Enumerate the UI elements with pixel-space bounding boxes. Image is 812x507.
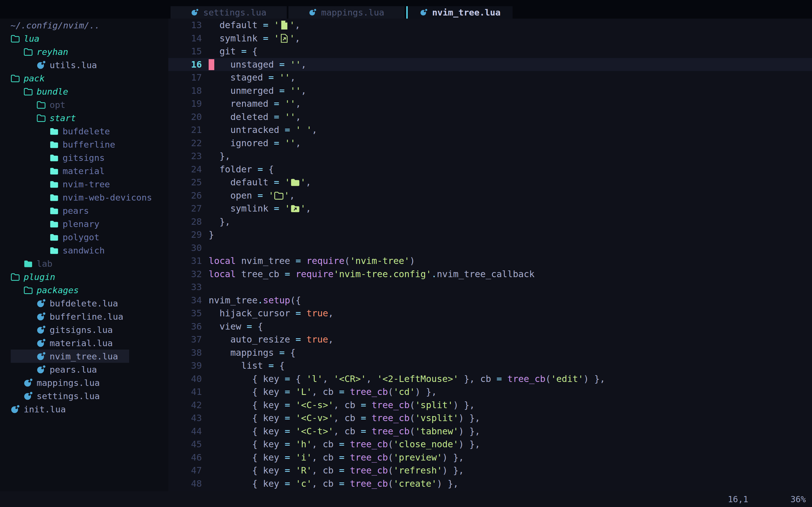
code-line-36[interactable]: 36 view = { [168,320,812,333]
code-line-18[interactable]: 18 unmerged = '', [168,84,812,98]
code-line-41[interactable]: 41 { key = 'L', cb = tree_cb('cd') }, [168,385,812,399]
line-number: 38 [168,346,202,359]
tree-item-pears.lua[interactable]: pears.lua [0,363,168,376]
tree-root-path[interactable]: ~/.config/nvim/.. [0,18,168,32]
code-line-25[interactable]: 25 default = '', [168,176,812,189]
tab-mappings.lua[interactable]: mappings.lua [289,6,405,18]
tab-nvim_tree.lua[interactable]: nvim_tree.lua [408,6,513,18]
code-token [290,124,296,135]
tree-item-pears[interactable]: pears [0,204,168,217]
code-token: , [328,308,334,319]
code-line-30[interactable]: 30 [168,241,812,255]
code-line-44[interactable]: 44 { key = '<C-t>', cb = tree_cb('tabnew… [168,425,812,438]
tree-item-bufdelete[interactable]: bufdelete [0,124,168,138]
tree-item-lab[interactable]: lab [0,257,168,270]
code-token: = [263,33,268,44]
folder-open-icon [10,73,20,83]
code-token: staged [209,72,268,83]
tree-item-bundle[interactable]: bundle [0,85,168,98]
devicon-folder-open-icon [274,190,284,201]
tree-item-material.lua[interactable]: material.lua [0,336,168,349]
code-line-28[interactable]: 28 }, [168,215,812,228]
code-line-45[interactable]: 45 { key = 'h', cb = tree_cb('close_node… [168,438,812,451]
code-line-47[interactable]: 47 { key = 'R', cb = tree_cb('refresh') … [168,464,812,477]
tree-item-nvim-tree[interactable]: nvim-tree [0,177,168,191]
tree-item-lua[interactable]: lua [0,32,168,45]
code-line-29[interactable]: 29} [168,228,812,241]
code-line-13[interactable]: 13 default = '', [168,18,812,32]
line-number: 44 [168,425,202,438]
tree-item-plenary[interactable]: plenary [0,217,168,230]
code-line-34[interactable]: 34nvim_tree.setup({ [168,294,812,307]
tree-item-opt[interactable]: opt [0,98,168,111]
code-token: ) }, [583,374,605,384]
tree-item-settings.lua[interactable]: settings.lua [0,389,168,402]
code-line-35[interactable]: 35 hijack_cursor = true, [168,307,812,320]
code-token: ' [300,203,306,214]
code-line-48[interactable]: 48 { key = 'c', cb = tree_cb('create') }… [168,477,812,490]
code-line-31[interactable]: 31local nvim_tree = require('nvim-tree') [168,255,812,268]
tree-item-gitsigns[interactable]: gitsigns [0,151,168,164]
code-line-27[interactable]: 27 symlink = '', [168,202,812,215]
code-line-32[interactable]: 32local tree_cb = require'nvim-tree.conf… [168,268,812,281]
code-line-20[interactable]: 20 deleted = '', [168,110,812,124]
tree-item-bufferline.lua[interactable]: bufferline.lua [0,310,168,323]
tree-item-material[interactable]: material [0,164,168,177]
tree-item-label: nvim-tree [63,179,110,189]
tab-settings.lua[interactable]: settings.lua [170,6,287,18]
line-number: 25 [168,176,202,189]
tree-item-bufferline[interactable]: bufferline [0,138,168,151]
code-token [301,334,306,345]
tabline: settings.luamappings.luanvim_tree.lua [0,0,812,18]
code-line-26[interactable]: 26 open = '', [168,189,812,202]
tree-item-gitsigns.lua[interactable]: gitsigns.lua [0,323,168,336]
tree-item-plugin[interactable]: plugin [0,270,168,283]
code-token: , [295,20,300,31]
code-line-17[interactable]: 17 staged = '', [168,71,812,84]
tree-item-mappings.lua[interactable]: mappings.lua [0,376,168,389]
tree-item-init.lua[interactable]: init.lua [0,402,168,416]
code-line-22[interactable]: 22 ignored = '', [168,136,812,150]
code-token: ' [289,20,295,31]
code-line-24[interactable]: 24 folder = { [168,163,812,176]
tree-item-nvim_tree.lua[interactable]: nvim_tree.lua [0,349,168,363]
code-token: = [241,46,247,57]
code-token: = [339,439,344,450]
tree-item-label: reyhan [37,47,68,57]
code-line-46[interactable]: 46 { key = 'i', cb = tree_cb('preview') … [168,451,812,464]
code-line-19[interactable]: 19 renamed = '', [168,97,812,110]
code-line-39[interactable]: 39 list = { [168,359,812,372]
tree-item-reyhan[interactable]: reyhan [0,45,168,58]
code-line-15[interactable]: 15 git = { [168,45,812,58]
code-line-42[interactable]: 42 { key = '<C-s>', cb = tree_cb('split'… [168,399,812,412]
tree-item-nvim-web-devicons[interactable]: nvim-web-devicons [0,191,168,204]
code-line-38[interactable]: 38 mappings = { [168,346,812,359]
folder-closed-icon [49,140,59,149]
code-line-23[interactable]: 23 }, [168,150,812,163]
tree-item-polygot[interactable]: polygot [0,230,168,244]
line-number: 39 [168,359,202,372]
tree-item-bufdelete.lua[interactable]: bufdelete.lua [0,297,168,310]
code-token: ' [274,20,279,31]
code-token: untracked [209,124,285,135]
code-token [345,465,350,476]
code-line-37[interactable]: 37 auto_resize = true, [168,333,812,346]
code-line-16[interactable]: 16 unstaged = '', [168,58,812,71]
code-line-14[interactable]: 14 symlink = '', [168,32,812,45]
tree-item-sandwich[interactable]: sandwich [0,244,168,257]
code-editor[interactable]: 13 default = '',14 symlink = '',15 git =… [168,18,812,491]
tree-item-pack[interactable]: pack [0,71,168,85]
code-token: = [296,256,301,266]
code-token: tree_cb [350,452,388,463]
tree-item-start[interactable]: start [0,111,168,124]
code-line-40[interactable]: 40 { key = { 'l', '<CR>', '<2-LeftMouse>… [168,372,812,386]
code-token: = [285,400,290,410]
tree-item-utils.lua[interactable]: utils.lua [0,58,168,71]
code-line-21[interactable]: 21 untracked = ' ', [168,123,812,136]
code-line-33[interactable]: 33 [168,281,812,294]
line-number: 13 [168,18,202,32]
code-token: unmerged [209,86,279,96]
tree-item-packages[interactable]: packages [0,283,168,297]
tree-item-label: settings.lua [37,391,100,401]
code-line-43[interactable]: 43 { key = '<C-v>', cb = tree_cb('vsplit… [168,411,812,425]
